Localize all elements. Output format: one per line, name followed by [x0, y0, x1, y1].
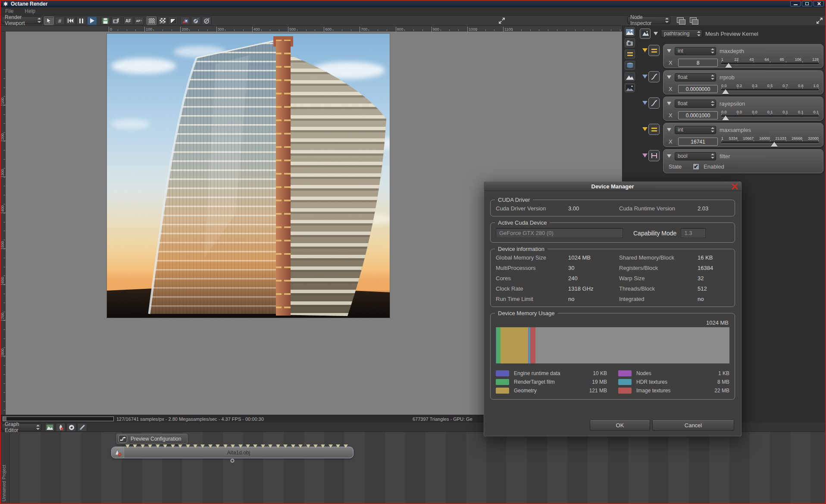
- dialog-close-button[interactable]: [731, 183, 738, 190]
- slider-handle[interactable]: [725, 63, 732, 68]
- play-render-button[interactable]: [87, 16, 97, 25]
- minimize-button[interactable]: [790, 1, 801, 6]
- eye-node-button[interactable]: [66, 423, 76, 432]
- graph-editor-selector[interactable]: Graph Editor: [2, 423, 41, 431]
- material-node-button[interactable]: [56, 423, 66, 432]
- save-image-button[interactable]: [100, 16, 110, 25]
- title-bar[interactable]: Octane Render: [0, 0, 826, 7]
- input-pin[interactable]: [298, 445, 303, 448]
- input-pin[interactable]: [171, 445, 175, 448]
- autofocus-pin-button[interactable]: AF↑: [134, 16, 144, 25]
- input-pin[interactable]: [261, 445, 265, 448]
- input-pin[interactable]: [306, 445, 310, 448]
- value-field[interactable]: 8: [678, 59, 718, 67]
- slider-track[interactable]: [721, 115, 819, 117]
- input-pin[interactable]: [223, 445, 228, 448]
- render-node-button[interactable]: [45, 423, 55, 432]
- camera-button[interactable]: [111, 16, 121, 25]
- enabled-checkbox[interactable]: ✔: [693, 163, 699, 170]
- node-output-pin[interactable]: [231, 459, 235, 463]
- collapse-arrow-icon[interactable]: [667, 154, 671, 158]
- device-select[interactable]: GeForce GTX 280 (0): [496, 228, 623, 238]
- node-inspector-selector[interactable]: Node Inspector: [627, 16, 670, 24]
- collapse-arrow-icon[interactable]: [654, 32, 658, 35]
- graph-canvas[interactable]: Unnamed Project Preview Configuration Al…: [0, 432, 826, 504]
- curve-icon[interactable]: [648, 71, 660, 82]
- input-pin[interactable]: [193, 445, 197, 448]
- input-pin[interactable]: [344, 445, 348, 448]
- input-pin[interactable]: [238, 445, 243, 448]
- pen-node-button[interactable]: [77, 423, 87, 432]
- value-field[interactable]: 0.0000000: [678, 85, 718, 93]
- param-type-selector[interactable]: int: [675, 126, 716, 134]
- collapse-arrow-icon[interactable]: [667, 102, 671, 105]
- input-pin[interactable]: [148, 445, 152, 448]
- param-type-selector[interactable]: bool: [675, 152, 716, 160]
- contrast-button[interactable]: [168, 16, 178, 25]
- slider-track[interactable]: [721, 63, 819, 65]
- input-pin[interactable]: [231, 445, 235, 448]
- param-slider[interactable]: 0.00.00.00.10.10.10.1: [721, 110, 819, 120]
- slider-handle[interactable]: [722, 89, 729, 94]
- project-name[interactable]: Unnamed Project: [1, 465, 6, 501]
- layer-icon[interactable]: [677, 17, 684, 23]
- landscape-icon[interactable]: [625, 72, 635, 81]
- root-type-selector[interactable]: pathtracing: [661, 29, 702, 38]
- save-icon[interactable]: [625, 61, 635, 70]
- autofocus-button[interactable]: AF: [123, 16, 133, 25]
- input-pin[interactable]: [283, 445, 288, 448]
- pick-material-button[interactable]: [180, 16, 190, 25]
- restart-render-button[interactable]: [66, 16, 75, 25]
- input-pin[interactable]: [329, 445, 333, 448]
- input-pin[interactable]: [321, 445, 325, 448]
- input-pin[interactable]: [178, 445, 182, 448]
- dialog-title-bar[interactable]: Device Manager: [484, 182, 741, 191]
- pen-button[interactable]: [191, 16, 201, 25]
- node-graph-icon[interactable]: [640, 28, 651, 39]
- param-slider[interactable]: 122436485106128: [721, 57, 819, 68]
- input-pin[interactable]: [141, 445, 145, 448]
- slider-track[interactable]: [721, 89, 819, 91]
- tab-preview-configuration[interactable]: Preview Configuration: [116, 434, 188, 444]
- bars-icon[interactable]: [648, 124, 660, 135]
- collapse-arrow-icon[interactable]: [667, 49, 671, 53]
- input-pin[interactable]: [313, 445, 318, 448]
- collapse-arrow-icon[interactable]: [667, 128, 671, 131]
- bool-icon[interactable]: [648, 150, 660, 161]
- input-pin[interactable]: [246, 445, 250, 448]
- param-type-selector[interactable]: float: [675, 73, 716, 81]
- checker-fine-button[interactable]: [147, 16, 156, 25]
- pen-alt-button[interactable]: [202, 16, 212, 25]
- close-button[interactable]: [813, 1, 824, 6]
- ok-button[interactable]: OK: [590, 419, 650, 431]
- maximize-button[interactable]: [802, 1, 812, 6]
- cancel-button[interactable]: Cancel: [652, 419, 734, 431]
- input-pin[interactable]: [200, 445, 205, 448]
- bars-icon[interactable]: [648, 45, 660, 56]
- input-pin[interactable]: [186, 445, 190, 448]
- input-pin[interactable]: [268, 445, 272, 448]
- input-pin[interactable]: [125, 445, 130, 448]
- frame-tool-button[interactable]: #: [55, 16, 65, 25]
- slider-handle[interactable]: [722, 116, 729, 120]
- cursor-tool-button[interactable]: [44, 16, 54, 25]
- param-type-selector[interactable]: float: [675, 100, 716, 108]
- viewport-expand-button[interactable]: [498, 17, 506, 25]
- input-pin[interactable]: [291, 445, 295, 448]
- night-image-icon[interactable]: [625, 83, 635, 92]
- input-pin[interactable]: [336, 445, 340, 448]
- pause-render-button[interactable]: [76, 16, 86, 25]
- value-field[interactable]: 0.0001000: [678, 111, 718, 119]
- param-type-selector[interactable]: int: [675, 47, 716, 55]
- menu-file[interactable]: File: [5, 8, 13, 14]
- input-pin[interactable]: [156, 445, 160, 448]
- param-slider[interactable]: 153341066716000213332666632000: [721, 136, 819, 147]
- mesh-node[interactable]: Alta1d.obj: [111, 447, 354, 458]
- param-slider[interactable]: 0.00.20.30.50.70.81.0: [721, 84, 819, 94]
- viewport-selector[interactable]: Render Viewport: [2, 16, 43, 24]
- image-icon[interactable]: [625, 27, 635, 36]
- inspector-expand-button[interactable]: [816, 17, 823, 25]
- capability-mode-field[interactable]: 1.3: [681, 228, 706, 238]
- input-pin[interactable]: [163, 445, 167, 448]
- camera-icon[interactable]: [625, 38, 635, 47]
